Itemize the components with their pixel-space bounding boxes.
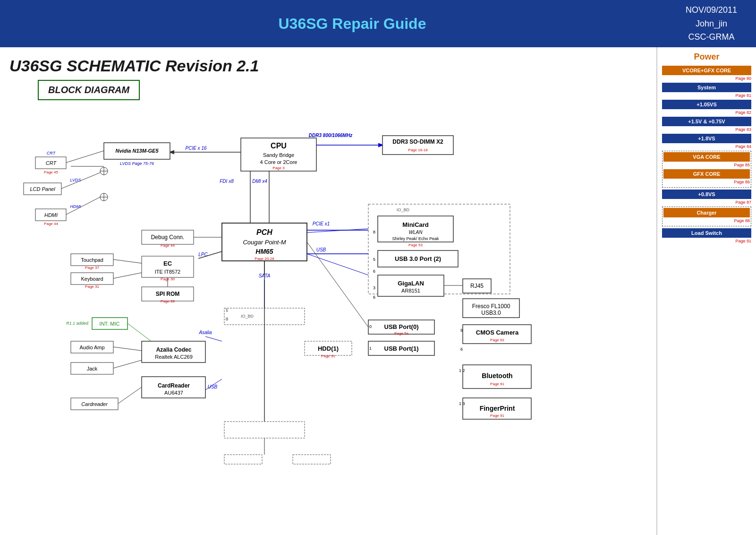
block-diagram-label: BLOCK DIAGRAM <box>48 85 129 95</box>
svg-text:Page 44: Page 44 <box>44 222 58 226</box>
power-item-08vs[interactable]: +0.8VS <box>662 190 751 199</box>
svg-text:LCD Panel: LCD Panel <box>30 186 55 192</box>
svg-text:Page 91: Page 91 <box>321 354 335 358</box>
svg-text:Page 5a: Page 5a <box>394 331 408 336</box>
svg-text:6: 6 <box>373 295 375 300</box>
svg-text:DDR3 800/1066MHz: DDR3 800/1066MHz <box>309 133 352 138</box>
svg-line-118 <box>118 387 142 404</box>
schematic-title: U36SG SCHEMATIC Revision 2.1 <box>9 57 652 75</box>
svg-text:PCIE x 16: PCIE x 16 <box>185 146 206 151</box>
svg-text:Cardreader: Cardreader <box>81 401 108 407</box>
svg-text:INT. MIC: INT. MIC <box>100 321 120 327</box>
svg-text:HDMI: HDMI <box>70 204 81 209</box>
power-item-load-switch[interactable]: Load Switch <box>662 228 751 238</box>
svg-text:8: 8 <box>373 230 375 234</box>
svg-rect-153 <box>293 455 331 464</box>
svg-text:Azalia Codec: Azalia Codec <box>156 346 192 353</box>
svg-text:HM65: HM65 <box>255 248 273 255</box>
svg-line-110 <box>113 360 142 368</box>
svg-rect-150 <box>224 422 305 438</box>
svg-text:IO_BD: IO_BD <box>241 314 254 319</box>
svg-text:Page 45: Page 45 <box>44 170 58 174</box>
svg-text:Fresco FL1000: Fresco FL1000 <box>472 303 510 310</box>
svg-text:Nvidia N13M-GE5: Nvidia N13M-GE5 <box>115 148 159 154</box>
svg-text:Asalia: Asalia <box>198 330 212 335</box>
power-item-105vs[interactable]: +1.05VS <box>662 100 751 109</box>
svg-text:Touchpad: Touchpad <box>81 257 103 263</box>
svg-text:RJ45: RJ45 <box>470 283 484 289</box>
power-item-15v075v[interactable]: +1.5V & +0.75V <box>662 117 751 126</box>
power-item-18vs[interactable]: +1.8VS <box>662 134 751 143</box>
svg-line-102 <box>113 347 142 351</box>
svg-text:4 Core or 2Core: 4 Core or 2Core <box>260 159 297 165</box>
svg-text:Page 28: Page 28 <box>161 299 175 303</box>
svg-text:Page 3: Page 3 <box>272 166 285 170</box>
svg-text:Jack: Jack <box>87 366 98 371</box>
svg-line-107 <box>205 337 222 341</box>
svg-line-62 <box>113 273 142 278</box>
svg-text:Bluetooth: Bluetooth <box>482 372 512 380</box>
svg-text:6: 6 <box>460 347 463 352</box>
svg-text:0: 0 <box>369 324 372 329</box>
power-title: Power <box>662 52 751 62</box>
right-sidebar: Power VCORE+GFX CORE Page 80 System Page… <box>656 47 756 535</box>
svg-text:HDMI: HDMI <box>44 212 58 218</box>
svg-text:Page 16-18: Page 16-18 <box>408 148 428 152</box>
svg-text:Debug Conn.: Debug Conn. <box>151 234 185 241</box>
power-item-gfx-core[interactable]: GFX CORE <box>663 169 750 179</box>
svg-text:AR8151: AR8151 <box>401 288 420 293</box>
svg-text:USB Port(1): USB Port(1) <box>384 345 419 352</box>
svg-text:R1.1 added:: R1.1 added: <box>66 321 90 326</box>
header-title: U36SG Repair Guide <box>278 15 426 33</box>
header: U36SG Repair Guide NOV/09/2011 John_jin … <box>0 0 756 47</box>
svg-text:FingerPrint: FingerPrint <box>480 405 515 412</box>
svg-text:Sandy Bridge: Sandy Bridge <box>263 152 294 158</box>
svg-text:DDR3 SO-DIMM X2: DDR3 SO-DIMM X2 <box>392 138 443 145</box>
svg-text:Shirley Peak/ Echo Peak: Shirley Peak/ Echo Peak <box>392 236 439 241</box>
svg-text:Page 20-28: Page 20-28 <box>255 257 274 261</box>
svg-text:PCIE x1: PCIE x1 <box>313 221 330 226</box>
svg-text:USB3.0: USB3.0 <box>481 310 501 316</box>
power-item-vga-core[interactable]: VGA CORE <box>663 152 750 162</box>
header-info: NOV/09/2011 John_jin CSC-GRMA <box>686 3 737 44</box>
power-item-vcore[interactable]: VCORE+GFX CORE <box>662 66 751 75</box>
svg-text:Page 44: Page 44 <box>161 243 175 248</box>
power-item-system[interactable]: System <box>662 83 751 92</box>
svg-text:USB Port(0): USB Port(0) <box>384 323 419 330</box>
svg-text:ITE IT8572: ITE IT8572 <box>155 269 180 275</box>
svg-text:Page 31: Page 31 <box>85 285 99 289</box>
svg-text:CRT: CRT <box>46 160 57 166</box>
svg-text:EC: EC <box>163 260 172 267</box>
svg-text:USB: USB <box>316 247 326 252</box>
svg-text:1: 1 <box>226 308 228 312</box>
svg-text:SPI ROM: SPI ROM <box>156 291 180 297</box>
svg-text:Page 37: Page 37 <box>85 266 99 270</box>
svg-text:Page 91: Page 91 <box>490 382 504 386</box>
svg-text:9: 9 <box>460 328 463 333</box>
svg-text:3: 3 <box>373 285 375 290</box>
svg-text:CPU: CPU <box>271 142 287 150</box>
svg-text:Keyboard: Keyboard <box>81 276 103 282</box>
svg-text:DMI x4: DMI x4 <box>252 179 267 184</box>
svg-text:6: 6 <box>373 269 375 274</box>
svg-text:CRT: CRT <box>47 151 56 155</box>
svg-text:1: 1 <box>369 346 372 351</box>
svg-text:Realtek ALC269: Realtek ALC269 <box>155 354 193 360</box>
svg-line-24 <box>61 171 104 189</box>
svg-line-58 <box>113 259 142 263</box>
svg-text:USB 3.0 Port (2): USB 3.0 Port (2) <box>395 255 441 262</box>
svg-text:AU6437: AU6437 <box>164 390 183 396</box>
svg-line-148 <box>307 242 368 327</box>
svg-line-20 <box>66 151 104 163</box>
svg-text:LVDS: LVDS <box>70 178 81 182</box>
svg-text:PCH: PCH <box>256 228 272 236</box>
svg-text:IO_BD: IO_BD <box>397 207 410 212</box>
svg-text:Audio Amp: Audio Amp <box>79 345 104 350</box>
power-item-charger[interactable]: Charger <box>663 208 750 217</box>
svg-text:GigaLAN: GigaLAN <box>398 280 424 287</box>
svg-text:Page 62: Page 62 <box>490 338 504 342</box>
svg-text:MiniCard: MiniCard <box>402 221 429 228</box>
svg-text:1 2: 1 2 <box>459 368 465 373</box>
svg-text:0: 0 <box>226 317 228 321</box>
svg-text:FDI x8: FDI x8 <box>220 179 234 184</box>
